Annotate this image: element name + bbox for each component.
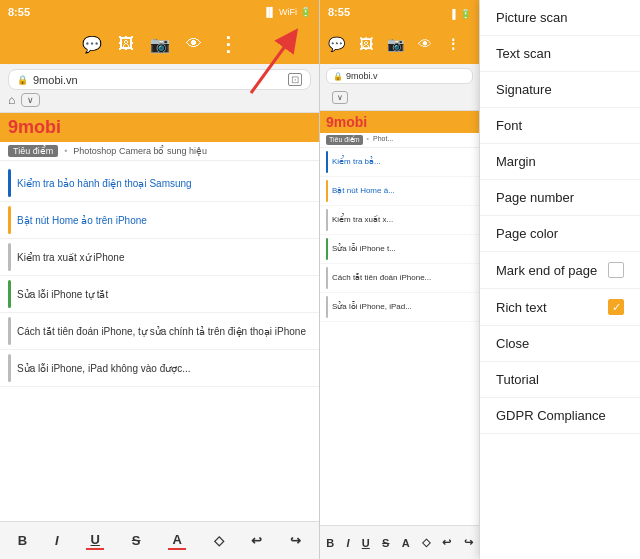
mini-article-list: Kiểm tra bả... Bật nút Home á... Kiểm tr… [320,148,479,525]
more-dots-icon[interactable]: ⋮ [218,32,238,56]
menu-item-font[interactable]: Font [480,108,640,144]
mini-camera-icon[interactable]: 📷 [387,36,404,52]
mini-eye-icon[interactable]: 👁 [418,36,432,52]
mini-article-item: Cách tắt tiên đoán iPhone... [320,264,479,293]
chevron-down[interactable]: ∨ [21,93,40,107]
eye-icon[interactable]: 👁 [186,35,202,53]
mini-more-icon[interactable]: ⋮ [446,36,460,52]
redo-icon[interactable]: ↪ [290,533,301,548]
bar-gray [8,243,11,271]
article-title: Kiểm tra xuất xứ iPhone [17,251,124,264]
signal-icon: ▐▌ [263,7,276,17]
mini-article-title: Bật nút Home á... [332,186,395,196]
mini-undo-btn[interactable]: ↩ [442,536,451,549]
mini-nav-row: ∨ [326,84,473,106]
home-icon[interactable]: ⌂ [8,93,15,107]
menu-item-close[interactable]: Close [480,326,640,362]
bottom-toolbar-left: B I U S A ◇ ↩ ↪ [0,521,319,559]
menu-item-page-color[interactable]: Page color [480,216,640,252]
mini-underline-btn[interactable]: U [362,537,370,549]
mini-article-item: Kiểm tra xuất x... [320,206,479,235]
mini-bar-gray [326,209,328,231]
menu-item-text-scan[interactable]: Text scan [480,36,640,72]
mini-time: 8:55 [328,6,350,18]
mini-bar-blue [326,151,328,173]
article-item[interactable]: Sửa lỗi iPhone tự tắt [0,276,319,313]
underline-btn-wrapper: U [86,532,104,550]
status-icons-left: ▐▌ WiFi 🔋 [263,7,311,17]
bar-green [8,280,11,308]
url-bar-left[interactable]: 🔒 9mobi.vn ⊡ [8,69,311,90]
mini-bottom-toolbar: B I U S A ◇ ↩ ↪ [320,525,479,559]
diamond-icon[interactable]: ◇ [214,533,224,548]
menu-item-signature[interactable]: Signature [480,72,640,108]
mini-logo: 9mobi [326,114,367,130]
article-title: Sửa lỗi iPhone, iPad không vào được... [17,362,191,375]
menu-item-mark-end[interactable]: Mark end of page [480,252,640,289]
mini-article-title: Sửa lỗi iPhone t... [332,244,396,254]
mini-browser-bar: 🔒 9mobi.v ∨ [320,64,479,111]
mini-bar-gray [326,267,328,289]
mini-diamond-btn[interactable]: ◇ [422,536,430,549]
bold-icon[interactable]: B [18,533,27,548]
logo-left: 9mobi [8,117,61,138]
browser-bar-left: 🔒 9mobi.vn ⊡ ⌂ ∨ [0,64,319,113]
camera-icon[interactable]: 📷 [150,35,170,54]
tab-icon[interactable]: ⊡ [288,73,302,86]
tiêu-điểm-tag: Tiêu điểm [8,145,58,157]
mini-lock-icon: 🔒 [333,72,343,81]
mini-strikethrough-btn[interactable]: S [382,537,389,549]
mini-chevron: ∨ [332,91,348,104]
page-content-left: 9mobi Tiêu điểm • Photoshop Camera bổ su… [0,113,319,521]
mini-tag-row: Tiêu điểm • Phot... [320,133,479,148]
page-number-label: Page number [496,190,574,205]
wifi-icon: WiFi [279,7,297,17]
menu-item-picture-scan[interactable]: Picture scan [480,0,640,36]
article-item[interactable]: Kiểm tra xuất xứ iPhone [0,239,319,276]
article-item[interactable]: Kiểm tra bảo hành điện thoại Samsung [0,165,319,202]
rich-text-checkbox[interactable]: ✓ [608,299,624,315]
mini-article-title: Sửa lỗi iPhone, iPad... [332,302,412,312]
bold-btn-wrapper: B [18,533,27,548]
mini-redo-btn[interactable]: ↪ [464,536,473,549]
italic-btn-wrapper: I [55,533,59,548]
menu-item-tutorial[interactable]: Tutorial [480,362,640,398]
menu-item-page-number[interactable]: Page number [480,180,640,216]
mini-image-icon[interactable]: 🖼 [359,36,373,52]
strikethrough-icon[interactable]: S [132,533,141,548]
mini-article-item: Kiểm tra bả... [320,148,479,177]
right-panel-inner: 8:55 ▐ 🔋 💬 🖼 📷 👁 ⋮ 🔒 9mobi.v ∨ [320,0,640,559]
mini-article-item: Sửa lỗi iPhone t... [320,235,479,264]
mini-wifi-icon: 🔋 [460,9,471,19]
mini-italic-btn[interactable]: I [346,537,349,549]
text-scan-label: Text scan [496,46,551,61]
image-icon[interactable]: 🖼 [118,35,134,53]
bar-blue [8,169,11,197]
speech-bubble-icon[interactable]: 💬 [82,35,102,54]
menu-item-margin[interactable]: Margin [480,144,640,180]
mark-end-checkbox[interactable] [608,262,624,278]
undo-icon[interactable]: ↩ [251,533,262,548]
italic-icon[interactable]: I [55,533,59,548]
margin-label: Margin [496,154,536,169]
tutorial-label: Tutorial [496,372,539,387]
mini-bold-btn[interactable]: B [326,537,334,549]
bar-gray [8,354,11,382]
underline-icon[interactable]: U [90,532,99,547]
status-bar-left: 8:55 ▐▌ WiFi 🔋 [0,0,319,24]
mini-page-header: 9mobi [320,111,479,133]
mini-dot: • [367,135,369,145]
article-item[interactable]: Bật nút Home ảo trên iPhone [0,202,319,239]
mini-toolbar: 💬 🖼 📷 👁 ⋮ [320,24,479,64]
font-color-icon[interactable]: A [172,532,181,547]
mini-font-btn[interactable]: A [402,537,410,549]
dropdown-menu: Picture scan Text scan Signature Font Ma… [480,0,640,559]
article-list-left: Kiểm tra bảo hành điện thoại Samsung Bật… [0,161,319,391]
menu-item-gdpr[interactable]: GDPR Compliance [480,398,640,434]
time-left: 8:55 [8,6,30,18]
lock-icon: 🔒 [17,75,28,85]
bar-orange [8,206,11,234]
menu-item-rich-text[interactable]: Rich text ✓ [480,289,640,326]
mini-speech-icon[interactable]: 💬 [328,36,345,52]
picture-scan-label: Picture scan [496,10,568,25]
